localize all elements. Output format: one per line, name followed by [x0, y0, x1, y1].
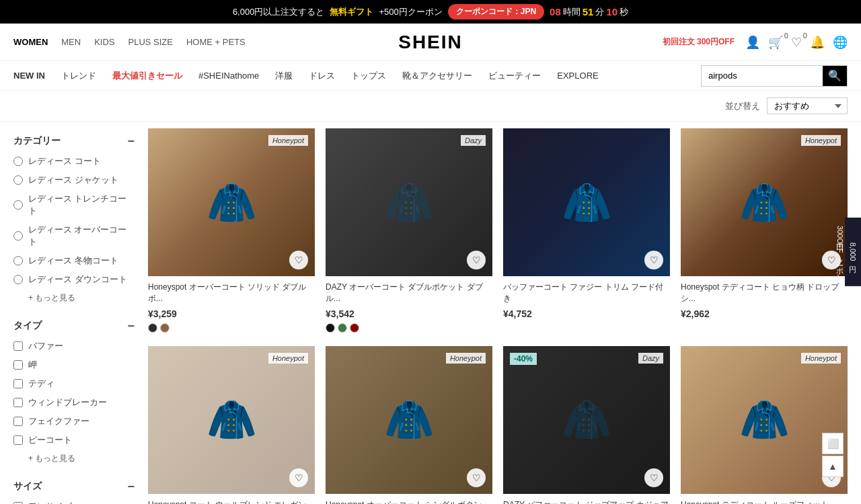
header-nav: WOMEN MEN KIDS PLUS SIZE HOME + PETS — [13, 37, 291, 47]
radio-ladies-coat[interactable] — [13, 157, 23, 166]
category-more-link[interactable]: + もっと見る — [13, 292, 135, 304]
product-card-5[interactable]: 🧥 Honeypot ♡ Honeyspot コート ウールブレンド エレガント… — [148, 346, 315, 504]
size-collapse-button[interactable]: − — [127, 480, 135, 493]
radio-ladies-over[interactable] — [13, 231, 23, 241]
nav-shein-at-home[interactable]: #SHEINathome — [198, 61, 259, 91]
nav-dress[interactable]: ドレス — [309, 61, 335, 91]
color-swatch-red-2[interactable] — [350, 323, 359, 333]
filter-item-one-size[interactable]: ワンサイズ — [13, 501, 135, 504]
notification-icon-button[interactable]: 🔔 — [810, 35, 825, 50]
wishlist-button-3[interactable]: ♡ — [644, 251, 663, 269]
color-swatch-brown-1[interactable] — [160, 323, 170, 333]
filter-item-ladies-over[interactable]: レディース オーバーコート — [13, 224, 135, 248]
brand-tag-6: Honeypot — [446, 353, 486, 364]
product-name-6: Honeyspot オーバーコート シングルボタン... — [326, 499, 492, 504]
countdown-timer: 08 時間 51 分 10 秒 — [550, 6, 628, 18]
product-card-8[interactable]: 🧥 Honeypot ♡ Honeyspot テディコート ルーズフィット...… — [681, 346, 848, 504]
sort-select[interactable]: おすすめ 新着順 価格の安い順 価格の高い順 人気順 — [767, 97, 848, 114]
product-card-4[interactable]: 🧥 Honeypot ♡ Honeyspot テディコート ヒョウ柄 ドロップシ… — [681, 128, 848, 335]
wishlist-button-6[interactable]: ♡ — [467, 468, 486, 487]
filter-item-cape[interactable]: 岬 — [13, 359, 135, 371]
brand-tag-1: Honeypot — [268, 135, 308, 146]
type-collapse-button[interactable]: − — [127, 320, 135, 332]
filter-item-ladies-down[interactable]: レディース ダウンコート — [13, 274, 135, 286]
filter-item-buffer[interactable]: バファー — [13, 340, 135, 352]
color-swatch-green-2[interactable] — [338, 323, 347, 333]
cart-icon-button[interactable]: 🛒 0 — [768, 35, 783, 50]
wishlist-button-7[interactable]: ♡ — [644, 468, 663, 487]
share-button[interactable]: ⬜ — [822, 433, 844, 454]
color-swatches-1 — [148, 323, 315, 333]
filter-item-teddy[interactable]: テディ — [13, 378, 135, 390]
type-more-link[interactable]: + もっと見る — [13, 453, 135, 464]
scroll-to-top-button[interactable]: ▲ — [822, 456, 844, 477]
search-button[interactable]: 🔍 — [823, 66, 847, 86]
color-swatch-black-2[interactable] — [326, 323, 335, 333]
category-collapse-button[interactable]: − — [127, 135, 135, 147]
radio-ladies-jacket[interactable] — [13, 175, 23, 185]
header-nav-plus-size[interactable]: PLUS SIZE — [128, 37, 173, 47]
product-info-7: DAZY パファーコート ジップアップ カジュアル... ¥2,880 — [503, 494, 670, 504]
nav-shoes-accessories[interactable]: 靴＆アクセサリー — [402, 61, 472, 91]
wishlist-button-1[interactable]: ♡ — [289, 251, 308, 269]
right-promo-coupon-amount: 8,000円 — [848, 243, 858, 261]
cart-count: 0 — [784, 32, 788, 40]
header-nav-kids[interactable]: KIDS — [94, 37, 114, 47]
product-price-row-2: ¥3,542 — [326, 308, 492, 319]
color-swatch-black-1[interactable] — [148, 323, 157, 333]
user-icon-button[interactable]: 👤 — [745, 35, 760, 50]
wishlist-button-5[interactable]: ♡ — [289, 468, 308, 487]
nav-clothes[interactable]: 洋服 — [275, 61, 293, 91]
product-image-1: 🧥 Honeypot ♡ — [148, 128, 315, 276]
coupon-code-button[interactable]: クーポンコード：JPN — [448, 4, 544, 19]
filter-item-windbreaker[interactable]: ウィンドブレーカー — [13, 396, 135, 409]
nav-new-in[interactable]: NEW IN — [13, 61, 45, 91]
nav-trend[interactable]: トレンド — [61, 61, 96, 91]
product-card-2[interactable]: 🧥 Dazy ♡ DAZY オーバーコート ダブルポケット ダブル... ¥3,… — [326, 128, 492, 335]
right-promo-panel[interactable]: 8,000円 300円OFFクーポン — [845, 218, 861, 286]
product-price-1: ¥3,259 — [148, 308, 177, 319]
product-card-7[interactable]: 🧥 -40% Dazy ♡ DAZY パファーコート ジップアップ カジュアル.… — [503, 346, 670, 504]
product-card-3[interactable]: 🧥 ♡ バッファーコート ファジー トリム フード付き ¥4,752 — [503, 128, 670, 335]
checkbox-pea-coat[interactable] — [13, 435, 23, 445]
checkbox-faux-fur[interactable] — [13, 417, 23, 426]
timer-hours: 08 — [550, 6, 561, 17]
header-nav-home-pets[interactable]: HOME + PETS — [186, 37, 246, 47]
nav-beauty[interactable]: ビューティー — [488, 61, 541, 91]
filter-item-ladies-trench[interactable]: レディース トレンチコート — [13, 193, 135, 217]
filter-item-ladies-jacket[interactable]: レディース ジャケット — [13, 174, 135, 186]
filter-item-ladies-coat[interactable]: レディース コート — [13, 155, 135, 167]
product-price-4: ¥2,962 — [681, 308, 710, 319]
product-image-2: 🧥 Dazy ♡ — [326, 128, 492, 276]
checkbox-buffer[interactable] — [13, 341, 23, 351]
filter-item-ladies-winter[interactable]: レディース 冬物コート — [13, 255, 135, 267]
product-card-6[interactable]: 🧥 Honeypot ♡ Honeyspot オーバーコート シングルボタン..… — [326, 346, 492, 504]
product-card-1[interactable]: 🧥 Honeypot ♡ Honeyspot オーバーコート ソリッド ダブルボ… — [148, 128, 315, 335]
checkbox-windbreaker[interactable] — [13, 398, 23, 407]
checkbox-teddy[interactable] — [13, 379, 23, 388]
radio-ladies-down[interactable] — [13, 275, 23, 284]
product-price-3: ¥4,752 — [503, 308, 532, 319]
header-nav-women[interactable]: WOMEN — [13, 37, 48, 47]
first-order-label: 初回注文 — [663, 37, 695, 46]
product-name-2: DAZY オーバーコート ダブルポケット ダブル... — [326, 282, 492, 304]
filter-item-faux-fur[interactable]: フェイクファー — [13, 415, 135, 427]
nav-explore[interactable]: EXPLORE — [557, 61, 598, 91]
nav-sale[interactable]: 最大値引きセール — [112, 61, 182, 91]
checkbox-cape[interactable] — [13, 360, 23, 370]
right-promo-label: 300円OFFクーポン — [835, 226, 845, 278]
sort-label: 並び替え — [725, 100, 760, 112]
type-filter-section: タイプ − バファー 岬 テディ ウィンドブレーカー フェイクファー — [13, 320, 135, 464]
header-nav-men[interactable]: MEN — [61, 37, 81, 47]
nav-tops[interactable]: トップス — [351, 61, 386, 91]
radio-ladies-winter[interactable] — [13, 256, 23, 265]
language-icon-button[interactable]: 🌐 — [833, 35, 848, 50]
label-ladies-over: レディース オーバーコート — [28, 224, 135, 248]
label-teddy: テディ — [28, 378, 54, 390]
radio-ladies-trench[interactable] — [13, 200, 23, 210]
filter-item-pea-coat[interactable]: ピーコート — [13, 434, 135, 446]
search-input[interactable] — [702, 66, 823, 86]
floating-buttons: ⬜ ▲ — [822, 433, 844, 477]
wishlist-icon-button[interactable]: ♡ 0 — [791, 35, 802, 50]
wishlist-button-2[interactable]: ♡ — [467, 251, 486, 269]
